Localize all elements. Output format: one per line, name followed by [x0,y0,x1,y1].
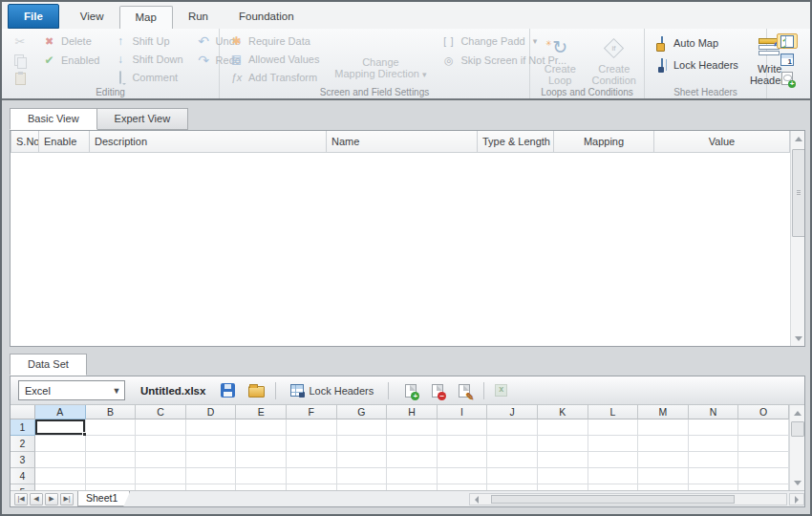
column-header-N[interactable]: N [689,405,739,419]
sheet-corner-cell[interactable] [11,405,35,419]
cell-B4[interactable] [86,468,137,484]
cell-M1[interactable] [638,419,689,436]
sheet-tab-sheet1[interactable]: Sheet1 [77,491,130,506]
cell-E3[interactable] [236,452,287,468]
tab-foundation[interactable]: Foundation [224,6,310,29]
cell-F3[interactable] [287,452,337,468]
lock-headers-toolbar-button[interactable]: Lock Headers [287,382,377,398]
lock-headers-ribbon-button[interactable]: Lock Headers [652,56,740,74]
column-header-L[interactable]: L [588,405,639,419]
first-sheet-button[interactable]: |◀ [14,493,28,505]
cell-E1[interactable] [236,419,287,436]
cell-M2[interactable] [638,436,689,452]
cell-J1[interactable] [487,419,538,436]
scroll-down-arrow-icon[interactable] [790,475,804,490]
tab-file[interactable]: File [8,4,59,29]
cell-C1[interactable] [136,419,186,436]
cell-H4[interactable] [387,468,438,484]
cell-K2[interactable] [538,436,588,452]
column-header-E[interactable]: E [236,405,287,419]
shift-up-button[interactable]: ↑Shift Up [111,32,184,49]
col-header-enable[interactable]: Enable [39,131,90,152]
cell-H1[interactable] [387,419,438,436]
cell-J3[interactable] [487,452,538,468]
cell-B2[interactable] [86,436,137,452]
cell-N3[interactable] [689,452,739,468]
cell-C3[interactable] [136,452,186,468]
comment-button[interactable]: Comment [111,70,184,86]
tab-data-set[interactable]: Data Set [10,354,87,376]
prev-sheet-button[interactable]: ◀ [30,493,43,505]
cell-L2[interactable] [588,436,639,452]
create-loop-button[interactable]: ↻ CreateLoop [538,32,583,86]
column-header-I[interactable]: I [438,405,488,419]
next-sheet-button[interactable]: ▶ [45,493,58,505]
cell-D4[interactable] [186,468,237,484]
cell-B3[interactable] [86,452,137,468]
delete-button[interactable]: ✖Delete [40,32,101,50]
open-file-button[interactable] [248,386,265,398]
add-transform-button[interactable]: ƒxAdd Transform [227,70,321,86]
scroll-down-arrow-icon[interactable] [791,331,805,346]
cell-J4[interactable] [487,468,538,484]
cell-G2[interactable] [337,436,388,452]
col-header-value[interactable]: Value [654,131,790,152]
create-condition-button[interactable]: if CreateCondition [592,32,637,86]
add-ink-button[interactable] [777,71,798,86]
grid-one-view-button[interactable] [777,52,798,67]
cell-O1[interactable] [738,419,789,436]
cell-M3[interactable] [638,452,689,468]
scrollbar-thumb[interactable] [792,149,805,237]
cell-N1[interactable] [689,419,739,436]
cell-C4[interactable] [136,468,186,484]
edit-sheet-button[interactable]: ✔✎ [459,384,470,398]
column-header-O[interactable]: O [738,405,789,419]
enabled-button[interactable]: ✔Enabled [40,52,101,69]
cell-O3[interactable] [738,452,789,468]
remove-sheet-button[interactable]: − [432,384,443,398]
column-header-A[interactable]: A [35,405,86,419]
cell-N2[interactable] [689,436,739,452]
change-mapping-direction-button[interactable]: Change Mapping Direction [331,54,430,80]
cell-G1[interactable] [337,419,388,436]
cell-F2[interactable] [287,436,337,452]
cell-H2[interactable] [387,436,438,452]
cell-L1[interactable] [588,419,639,436]
row-header-4[interactable]: 4 [11,468,35,484]
cell-K1[interactable] [538,419,588,436]
spreadsheet-grid[interactable]: ABCDEFGHIJKLMNO12345 [11,405,789,490]
require-data-button[interactable]: ✱Require Data [227,32,321,49]
cell-D3[interactable] [186,452,237,468]
cell-O4[interactable] [738,468,789,484]
last-sheet-button[interactable]: ▶| [60,493,74,505]
sheet-vertical-scrollbar[interactable] [789,405,804,490]
column-header-M[interactable]: M [638,405,689,419]
cell-G4[interactable] [337,468,388,484]
sheet-horizontal-scrollbar[interactable] [469,493,787,505]
scroll-up-arrow-icon[interactable] [790,405,804,420]
cell-A3[interactable] [35,452,86,468]
col-header-sno[interactable]: S.No [11,131,39,152]
column-header-G[interactable]: G [337,405,388,419]
row-header-3[interactable]: 3 [11,452,35,468]
col-header-mapping[interactable]: Mapping [554,131,654,152]
table-vertical-scrollbar[interactable] [790,131,805,346]
tab-expert-view[interactable]: Expert View [97,108,189,130]
column-header-D[interactable]: D [186,405,237,419]
tab-basic-view[interactable]: Basic View [10,108,97,130]
scrollbar-thumb[interactable] [491,495,735,504]
scroll-right-arrow-icon[interactable] [789,493,804,505]
column-header-C[interactable]: C [136,405,186,419]
col-header-description[interactable]: Description [90,131,327,152]
cell-D2[interactable] [186,436,237,452]
format-select[interactable]: Excel ▼ [18,380,125,400]
cell-C2[interactable] [136,436,186,452]
column-header-F[interactable]: F [287,405,337,419]
cell-O2[interactable] [738,436,789,452]
cell-D1[interactable] [186,419,237,436]
copy-button[interactable] [10,53,31,68]
allowed-values-button[interactable]: ▤Allowed Values [227,51,321,67]
tab-view[interactable]: View [65,6,119,29]
scroll-up-arrow-icon[interactable] [791,131,805,146]
cell-F4[interactable] [287,468,337,484]
